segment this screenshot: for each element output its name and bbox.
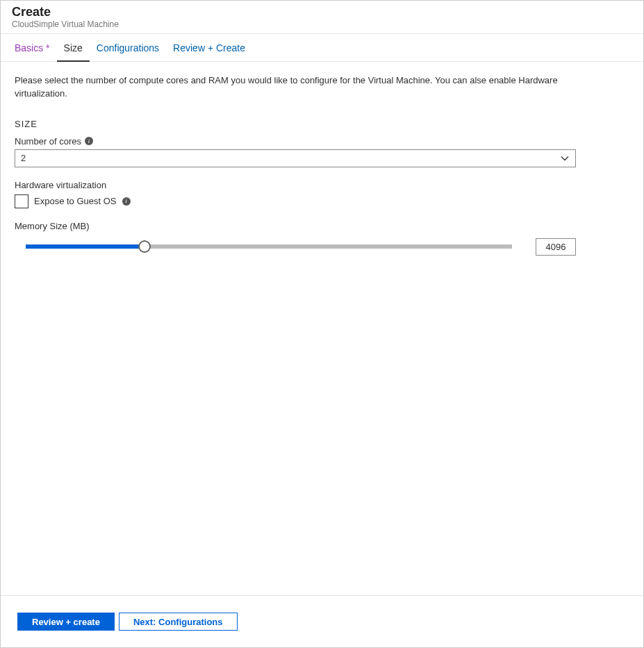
review-create-button[interactable]: Review + create <box>17 613 115 631</box>
next-configurations-button[interactable]: Next: Configurations <box>119 613 238 631</box>
cores-label-row: Number of cores i <box>15 136 629 147</box>
page-title: Create <box>12 5 632 19</box>
page-subtitle: CloudSimple Virtual Machine <box>12 19 632 29</box>
memory-value-input[interactable]: 4096 <box>536 238 576 256</box>
chevron-down-icon <box>560 153 570 163</box>
memory-slider[interactable] <box>15 239 523 254</box>
intro-text: Please select the number of compute core… <box>15 74 570 101</box>
tab-basics[interactable]: Basics * <box>8 34 57 62</box>
slider-thumb[interactable] <box>138 240 151 253</box>
tab-review-create[interactable]: Review + Create <box>166 34 252 62</box>
expose-guest-os-row: Expose to Guest OS i <box>15 194 629 208</box>
wizard-body: Please select the number of compute core… <box>1 62 643 595</box>
expose-guest-os-label: Expose to Guest OS <box>34 196 117 206</box>
section-size-heading: SIZE <box>15 119 629 129</box>
tab-configurations[interactable]: Configurations <box>90 34 166 62</box>
create-wizard-window: Create CloudSimple Virtual Machine Basic… <box>0 0 644 648</box>
info-icon[interactable]: i <box>85 137 93 145</box>
memory-section: Memory Size (MB) 4096 <box>15 221 629 256</box>
tab-size[interactable]: Size <box>57 34 90 62</box>
memory-label: Memory Size (MB) <box>15 221 629 231</box>
slider-fill <box>26 244 145 249</box>
cores-label: Number of cores <box>15 136 81 147</box>
info-icon[interactable]: i <box>122 197 131 206</box>
memory-row: 4096 <box>15 238 576 256</box>
expose-guest-os-checkbox[interactable] <box>15 194 28 208</box>
hardware-virtualization-heading: Hardware virtualization <box>15 180 629 190</box>
wizard-tabs: Basics * Size Configurations Review + Cr… <box>1 34 643 62</box>
wizard-footer: Review + create Next: Configurations <box>1 595 643 647</box>
header: Create CloudSimple Virtual Machine <box>1 1 643 34</box>
cores-select-value: 2 <box>21 153 26 163</box>
hardware-virtualization-section: Hardware virtualization Expose to Guest … <box>15 180 629 208</box>
cores-select[interactable]: 2 <box>15 149 576 167</box>
